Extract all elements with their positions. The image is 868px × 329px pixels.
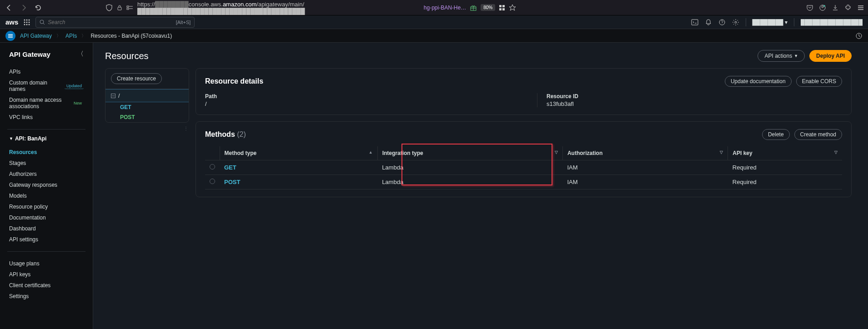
deploy-api-button[interactable]: Deploy API	[809, 50, 852, 62]
radio-select[interactable]	[210, 164, 215, 169]
cell-apikey: Required	[728, 160, 842, 175]
resources-tree: Create resource / GET POST	[105, 68, 189, 123]
update-documentation-button[interactable]: Update documentation	[725, 76, 792, 87]
sidebar-item-resources[interactable]: Resources	[0, 147, 93, 158]
star-icon[interactable]	[509, 4, 516, 11]
search-input[interactable]	[48, 19, 173, 25]
resize-handle-icon[interactable]: ⋮	[184, 126, 188, 131]
forward-button[interactable]	[18, 2, 29, 13]
services-grid-icon[interactable]	[24, 19, 30, 25]
account-selector[interactable]: ████████████████	[801, 19, 863, 25]
url-text[interactable]: https://████████console.aws.amazon.com/a…	[137, 1, 420, 15]
sort-icon: ▽	[555, 150, 558, 155]
sidebar-item-dashboard[interactable]: Dashboard	[0, 223, 93, 234]
recent-icon[interactable]	[855, 32, 863, 40]
gift-icon[interactable]	[470, 4, 477, 11]
aws-logo[interactable]: aws	[5, 18, 18, 26]
delete-method-button[interactable]: Delete	[762, 129, 790, 140]
sort-asc-icon: ▲	[369, 150, 373, 155]
search-box[interactable]: [Alt+S]	[35, 17, 195, 28]
sidebar-item-documentation[interactable]: Documentation	[0, 212, 93, 223]
minus-box-icon	[111, 94, 115, 98]
sidebar-item-label: Authorizers	[9, 171, 37, 177]
svg-rect-0	[118, 7, 121, 10]
create-method-button[interactable]: Create method	[794, 129, 842, 140]
shield-icon[interactable]	[105, 4, 113, 11]
svg-point-19	[29, 24, 30, 25]
sidebar-item-client-certificates[interactable]: Client certificates	[0, 280, 93, 291]
methods-count: (2)	[237, 130, 246, 138]
sidebar-item-label: Gateway responses	[9, 182, 57, 188]
sidebar-item-label: Dashboard	[9, 225, 36, 232]
radio-select[interactable]	[210, 179, 215, 184]
svg-point-9	[822, 6, 823, 8]
method-link[interactable]: GET	[224, 164, 236, 171]
sidebar-item-models[interactable]: Models	[0, 190, 93, 201]
sidebar-item-label: Documentation	[9, 214, 46, 221]
account-icon[interactable]	[819, 4, 826, 11]
enable-cors-button[interactable]: Enable CORS	[796, 76, 842, 87]
region-selector[interactable]: ████████ ▾	[753, 19, 788, 25]
col-api-key[interactable]: API key▽	[728, 146, 842, 160]
sidebar-item-settings[interactable]: Settings	[0, 291, 93, 302]
method-node-get[interactable]: GET	[105, 102, 189, 112]
cell-integration: Lambda	[377, 175, 562, 189]
sidebar-item-vpc-links[interactable]: VPC links	[0, 112, 93, 123]
collapse-icon[interactable]: 〈	[77, 50, 84, 58]
methods-title: Methods (2)	[205, 130, 246, 139]
chevron-right-icon: 〉	[56, 33, 61, 39]
reload-button[interactable]	[33, 2, 44, 13]
svg-rect-2	[127, 8, 129, 10]
svg-point-14	[24, 21, 25, 23]
sidebar-item-resource-policy[interactable]: Resource policy	[0, 201, 93, 212]
api-tree-header[interactable]: ▼ API: BanApi	[0, 133, 93, 144]
api-actions-label: API actions	[764, 53, 792, 59]
extensions-icon[interactable]	[844, 4, 852, 11]
zoom-badge[interactable]: 80%	[481, 4, 495, 11]
badge: Updated	[65, 83, 84, 89]
content-area: Resources API actions ▼ Deploy API Creat…	[93, 43, 868, 329]
method-node-post[interactable]: POST	[105, 112, 189, 122]
resource-node-root[interactable]: /	[105, 89, 189, 102]
method-link[interactable]: POST	[224, 179, 240, 185]
download-icon[interactable]	[832, 4, 839, 11]
gear-icon[interactable]	[732, 19, 739, 26]
sidebar-item-api-keys[interactable]: API keys	[0, 269, 93, 280]
svg-point-12	[26, 19, 28, 20]
col-authorization[interactable]: Authorization▽	[562, 146, 728, 160]
sidebar-item-gateway-responses[interactable]: Gateway responses	[0, 179, 93, 190]
cloudshell-icon[interactable]	[691, 19, 698, 26]
col-method-type[interactable]: Method type▲	[220, 146, 377, 160]
sidebar: API Gateway 〈 APIsCustom domain namesUpd…	[0, 43, 93, 329]
svg-point-11	[24, 19, 25, 20]
sort-icon: ▽	[834, 150, 838, 155]
create-resource-button[interactable]: Create resource	[111, 73, 162, 84]
sidebar-item-usage-plans[interactable]: Usage plans	[0, 258, 93, 269]
methods-title-text: Methods	[205, 130, 235, 138]
grid-icon[interactable]	[499, 5, 505, 11]
sidebar-item-stages[interactable]: Stages	[0, 158, 93, 169]
lock-icon[interactable]	[116, 5, 123, 11]
back-button[interactable]	[4, 2, 15, 13]
help-icon[interactable]	[718, 19, 726, 26]
sidebar-item-apis[interactable]: APIs	[0, 66, 93, 77]
permissions-icon[interactable]	[126, 4, 134, 11]
col-integration-type[interactable]: Integration type▽	[377, 146, 562, 160]
cell-authorization: IAM	[562, 160, 728, 175]
bell-icon[interactable]	[705, 19, 712, 26]
breadcrumb-api-gateway[interactable]: API Gateway	[20, 33, 52, 39]
menu-icon[interactable]	[857, 4, 864, 11]
breadcrumb-apis[interactable]: APIs	[65, 33, 77, 39]
svg-point-20	[40, 20, 44, 24]
sidebar-item-api-settings[interactable]: API settings	[0, 234, 93, 245]
pocket-icon[interactable]	[806, 4, 813, 11]
sidebar-item-label: VPC links	[9, 114, 33, 120]
search-shortcut-hint: [Alt+S]	[176, 20, 191, 25]
api-actions-button[interactable]: API actions ▼	[758, 50, 805, 62]
sidebar-item-authorizers[interactable]: Authorizers	[0, 169, 93, 179]
extension-text[interactable]: hg-ppi-BAN-He…	[424, 5, 466, 11]
table-row: POSTLambdaIAMRequired	[205, 175, 842, 189]
sidebar-item-domain-name-access-associations[interactable]: Domain name access associationsNew	[0, 95, 93, 112]
sidebar-toggle[interactable]	[5, 31, 15, 41]
sidebar-item-custom-domain-names[interactable]: Custom domain namesUpdated	[0, 77, 93, 95]
